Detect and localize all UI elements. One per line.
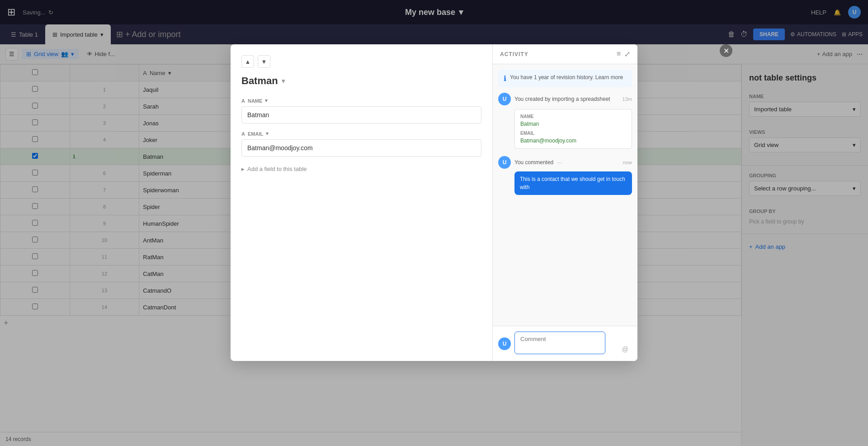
name-field-label: A NAME ▾ [241, 98, 481, 104]
activity-body: ℹ You have 1 year of revision history. L… [493, 64, 637, 326]
nav-down-btn[interactable]: ▼ [258, 55, 270, 68]
card-email-value: Batman@moodjoy.com [520, 138, 626, 144]
activity-created-avatar: U [498, 93, 511, 105]
at-icon[interactable]: @ [622, 346, 628, 353]
close-icon: ✕ [723, 47, 729, 55]
activity-expand-icon[interactable]: ⤢ [624, 50, 630, 58]
modal-overlay: ✕ ▲ ▼ Batman ▾ A NAME ▾ A EMAIL ▾ [0, 0, 868, 446]
card-email-label: EMAIL [520, 131, 626, 136]
record-modal: ▲ ▼ Batman ▾ A NAME ▾ A EMAIL ▾ ▸ Add a [231, 44, 637, 361]
activity-header: ACTIVITY ≡ ⤢ [493, 44, 637, 64]
comment-avatar: U [498, 337, 511, 350]
modal-title-text: Batman [241, 75, 278, 87]
activity-comment: U You commented ··· now This is a contac… [498, 156, 632, 195]
activity-feed-icon[interactable]: ≡ [617, 50, 621, 58]
activity-created: U You created by importing a spreadsheet… [498, 93, 632, 149]
activity-created-meta: U You created by importing a spreadsheet… [498, 93, 632, 105]
comment-input[interactable] [514, 332, 605, 354]
activity-created-text: You created by importing a spreadsheet [514, 96, 610, 102]
card-name-value: Batman [520, 121, 626, 127]
activity-comment-text: You commented [514, 159, 553, 166]
activity-footer: U @ [493, 326, 637, 361]
email-field-type-icon: A [241, 131, 245, 137]
add-field-icon: ▸ [241, 166, 245, 172]
name-field-input[interactable] [241, 106, 481, 123]
name-field-caret[interactable]: ▾ [265, 98, 268, 104]
activity-comment-meta: U You commented ··· now [498, 156, 632, 169]
email-field-caret[interactable]: ▾ [266, 131, 269, 137]
activity-panel: ACTIVITY ≡ ⤢ ℹ You have 1 year of revisi… [493, 44, 637, 361]
comment-bubble: This is a contact that we should get in … [514, 171, 632, 195]
email-field-input[interactable] [241, 139, 481, 157]
activity-icon-group: ≡ ⤢ [617, 50, 630, 58]
card-name-label: NAME [520, 114, 626, 119]
modal-form: ▲ ▼ Batman ▾ A NAME ▾ A EMAIL ▾ ▸ Add a [231, 44, 493, 361]
add-field-label: Add a field to this table [247, 166, 307, 172]
modal-title-caret[interactable]: ▾ [282, 77, 285, 85]
email-field-label: A EMAIL ▾ [241, 131, 481, 137]
info-icon: ℹ [504, 74, 506, 83]
modal-close-btn[interactable]: ✕ [720, 44, 732, 57]
activity-comment-avatar: U [498, 156, 511, 169]
activity-comment-time: now [623, 160, 632, 165]
add-field-link[interactable]: ▸ Add a field to this table [241, 166, 481, 172]
info-text: You have 1 year of revision history. Lea… [510, 74, 623, 81]
comment-dots-btn[interactable]: ··· [557, 159, 562, 166]
name-field-label-text: NAME [248, 98, 262, 104]
modal-title: Batman ▾ [241, 75, 481, 87]
email-field-label-text: EMAIL [248, 131, 263, 137]
activity-title: ACTIVITY [500, 51, 528, 57]
activity-created-time: 13m [623, 96, 632, 102]
activity-created-card: NAME Batman EMAIL Batman@moodjoy.com [514, 109, 632, 149]
nav-up-btn[interactable]: ▲ [241, 55, 254, 68]
name-field-type-icon: A [241, 98, 245, 104]
info-banner: ℹ You have 1 year of revision history. L… [498, 70, 632, 87]
modal-nav: ▲ ▼ [241, 55, 481, 68]
